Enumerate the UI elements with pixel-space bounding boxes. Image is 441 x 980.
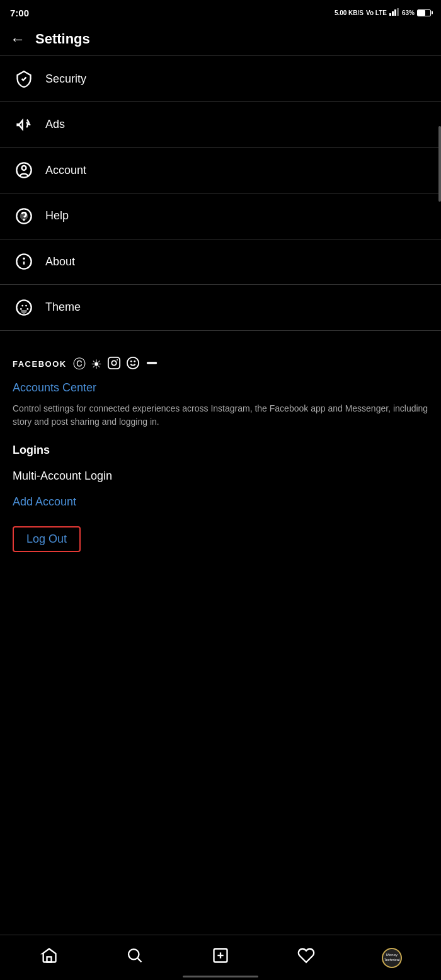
- svg-point-6: [22, 166, 26, 170]
- network-type: Vo LTE: [366, 9, 387, 16]
- info-circle-icon: [13, 250, 35, 273]
- menu-item-help[interactable]: Help: [0, 193, 441, 239]
- back-button[interactable]: ←: [10, 30, 25, 48]
- logins-header: Logins: [13, 444, 428, 457]
- svg-rect-2: [394, 9, 396, 16]
- svg-line-29: [138, 959, 142, 962]
- network-speed: 5.00 KB/S: [335, 9, 364, 16]
- facebook-icons: ⓒ ☀: [73, 355, 159, 372]
- heart-icon: [297, 947, 315, 969]
- user-circle-icon: [13, 159, 35, 182]
- palette-icon: [13, 296, 35, 319]
- about-label: About: [45, 255, 75, 268]
- settings-content: Security Ads Account: [0, 56, 441, 615]
- svg-point-16: [20, 308, 22, 309]
- home-icon: [40, 947, 58, 969]
- add-account-link[interactable]: Add Account: [13, 495, 428, 509]
- nav-search[interactable]: [117, 940, 152, 976]
- accounts-description: Control settings for connected experienc…: [13, 402, 428, 429]
- accounts-center-link[interactable]: Accounts Center: [13, 381, 428, 395]
- instagram-icon: [107, 356, 121, 372]
- shield-check-icon: [13, 67, 35, 90]
- nav-profile[interactable]: MoneyTechnical: [374, 940, 410, 976]
- plus-square-icon: [212, 947, 229, 969]
- messenger-icon: ☀: [91, 357, 102, 372]
- svg-point-21: [112, 360, 116, 365]
- menu-item-account[interactable]: Account: [0, 147, 441, 193]
- menu-item-security[interactable]: Security: [0, 56, 441, 101]
- facebook-header: FACEBOOK ⓒ ☀: [13, 355, 428, 372]
- menu-item-about[interactable]: About: [0, 239, 441, 284]
- svg-point-18: [25, 304, 27, 306]
- account-label: Account: [45, 164, 86, 177]
- settings-header: ← Settings: [0, 23, 441, 56]
- menu-item-theme[interactable]: Theme: [0, 285, 441, 330]
- status-bar: 7:00 5.00 KB/S Vo LTE 63%: [0, 0, 441, 23]
- svg-rect-0: [389, 13, 391, 16]
- svg-point-4: [29, 124, 30, 125]
- signal-strength: [389, 8, 399, 17]
- svg-point-10: [23, 219, 25, 220]
- nav-likes[interactable]: [289, 940, 324, 976]
- security-label: Security: [45, 72, 86, 86]
- bottom-nav: MoneyTechnical: [0, 935, 441, 980]
- multi-account-login[interactable]: Multi-Account Login: [13, 470, 428, 483]
- nav-new-post[interactable]: [203, 940, 238, 976]
- search-icon: [126, 947, 144, 969]
- svg-rect-27: [47, 957, 52, 962]
- svg-point-19: [26, 308, 28, 309]
- svg-point-23: [127, 357, 139, 368]
- svg-point-17: [21, 304, 23, 306]
- logout-button[interactable]: Log Out: [13, 526, 81, 552]
- help-label: Help: [45, 209, 69, 222]
- svg-rect-26: [146, 362, 157, 364]
- svg-rect-20: [108, 357, 120, 368]
- scrollbar-indicator[interactable]: [438, 126, 441, 202]
- facebook-section: FACEBOOK ⓒ ☀: [0, 340, 441, 429]
- svg-point-22: [117, 359, 118, 360]
- whatsapp-icon: [126, 356, 140, 372]
- battery-percent: 63%: [402, 9, 415, 16]
- profile-label: MoneyTechnical: [384, 953, 399, 962]
- help-circle-icon: [13, 205, 35, 228]
- svg-point-14: [23, 258, 25, 259]
- logins-section: Logins Multi-Account Login Add Account L…: [0, 444, 441, 565]
- menu-item-ads[interactable]: Ads: [0, 102, 441, 147]
- page-title: Settings: [35, 31, 90, 47]
- home-indicator: [183, 976, 258, 977]
- nav-home[interactable]: [32, 940, 67, 976]
- svg-rect-3: [397, 8, 399, 16]
- facebook-label: FACEBOOK: [13, 359, 67, 369]
- theme-label: Theme: [45, 301, 81, 314]
- megaphone-icon: [13, 113, 35, 136]
- meta-icon: [145, 356, 159, 372]
- status-time: 7:00: [10, 8, 29, 18]
- svg-rect-1: [392, 11, 394, 16]
- svg-point-28: [129, 949, 139, 959]
- facebook-icon: ⓒ: [73, 355, 86, 372]
- battery-icon: [417, 9, 431, 16]
- ads-label: Ads: [45, 118, 65, 131]
- profile-avatar: MoneyTechnical: [382, 948, 402, 968]
- status-right: 5.00 KB/S Vo LTE 63%: [335, 8, 431, 17]
